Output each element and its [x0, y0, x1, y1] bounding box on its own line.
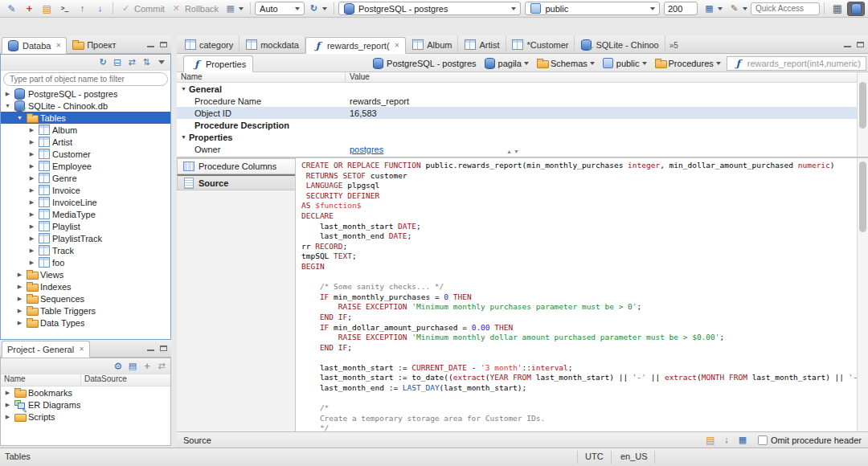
tree-item-indexes[interactable]: ▶Indexes [1, 280, 170, 292]
scrollbar-thumb[interactable] [859, 161, 866, 232]
expand-icon[interactable]: ▶ [16, 320, 23, 326]
tab-overflow-indicator[interactable]: »5 [669, 41, 678, 50]
fetch-size-input[interactable] [664, 2, 698, 15]
auto-refresh-button[interactable] [305, 2, 330, 16]
quick-access-input[interactable] [751, 2, 820, 15]
autocommit-combo[interactable]: Auto [255, 2, 305, 15]
collapse-icon[interactable]: ▼ [180, 86, 187, 92]
scrollbar-thumb[interactable] [859, 82, 866, 129]
link-with-editor-button[interactable] [125, 55, 139, 69]
sync-selection-button[interactable] [139, 55, 154, 69]
expand-icon[interactable]: ▶ [28, 163, 35, 170]
expand-icon[interactable]: ▶ [28, 247, 35, 254]
tab-properties[interactable]: Properties [183, 55, 253, 72]
property-row-general[interactable]: ▼General [177, 83, 857, 95]
tree-item-table-triggers[interactable]: ▶Table Triggers [1, 305, 170, 317]
refresh-button[interactable] [96, 55, 110, 69]
close-tab-icon[interactable]: ✕ [55, 42, 61, 49]
collapse-icon[interactable]: ▼ [4, 103, 11, 108]
tree-item-genre[interactable]: ▶Genre [1, 172, 170, 184]
commit-button[interactable]: Commit [117, 2, 167, 16]
sql-console-button[interactable] [56, 2, 73, 16]
tree-item-tables[interactable]: ▼Tables [1, 112, 170, 124]
expand-icon[interactable]: ▶ [28, 187, 35, 194]
close-tab-icon[interactable]: ✕ [79, 345, 84, 353]
collapse-icon[interactable]: ▼ [16, 115, 23, 121]
expand-icon[interactable]: ▶ [28, 199, 35, 206]
schema-combo[interactable]: public [525, 2, 660, 15]
view-tab-databa[interactable]: Databa✕ [2, 37, 67, 54]
tree-item-sqlite-chinook-db[interactable]: ▼SQLite - Chinook.db [1, 100, 170, 112]
source-scrollbar[interactable] [857, 158, 868, 431]
open-sql-script-button[interactable] [39, 2, 55, 16]
tree-item-data-types[interactable]: ▶Data Types [1, 317, 170, 329]
transaction-mode-button[interactable] [222, 2, 246, 16]
expand-icon[interactable]: ▶ [28, 127, 35, 133]
minimize-icon[interactable] [145, 343, 156, 354]
editor-tab-customer[interactable]: *Customer [506, 36, 575, 53]
expand-icon[interactable]: ▶ [16, 308, 23, 314]
tree-item-track[interactable]: ▶Track [1, 244, 170, 256]
editor-tools-button[interactable] [726, 2, 750, 16]
breadcrumb-procedures[interactable]: Procedures [651, 55, 724, 71]
editor-tab-rewards-report[interactable]: rewards_report(✕ [305, 37, 406, 54]
sync-button[interactable] [154, 359, 169, 373]
tree-item-invoiceline[interactable]: ▶InvoiceLine [1, 196, 170, 208]
source-code-viewer[interactable]: CREATE OR REPLACE FUNCTION public.reward… [296, 158, 857, 431]
tree-item-playlist[interactable]: ▶Playlist [1, 220, 170, 232]
expand-icon[interactable]: ▶ [16, 296, 23, 302]
properties-scrollbar[interactable] [857, 72, 868, 157]
object-filter-input[interactable] [3, 72, 168, 86]
tree-item-album[interactable]: ▶Album [1, 124, 170, 136]
breadcrumb-postgresql-postgres[interactable]: PostgreSQL - postgres [369, 55, 479, 71]
editor-tab-artist[interactable]: Artist [458, 36, 506, 53]
load-sql-script-button[interactable] [74, 2, 91, 16]
breadcrumb-pagila[interactable]: pagila [481, 55, 532, 71]
subtab-source[interactable]: Source [177, 174, 295, 190]
perspective-dbeaver-button[interactable] [847, 2, 865, 16]
results-panel-button[interactable] [701, 2, 725, 16]
expand-icon[interactable]: ▶ [4, 414, 11, 420]
view-tab-project-general[interactable]: Project - General ✕ [2, 341, 90, 358]
tree-item-customer[interactable]: ▶Customer [1, 148, 170, 160]
status-locale[interactable]: en_US [620, 452, 648, 461]
editor-tab-sqlite-chinoo[interactable]: SQLite - Chinoo [575, 36, 665, 53]
view-menu-icon[interactable] [158, 60, 165, 64]
sash-handle-icon[interactable]: ▲▼ [506, 149, 521, 154]
open-in-sql-editor-button[interactable] [735, 433, 750, 447]
property-row-procedure-description[interactable]: Procedure Description [177, 119, 857, 131]
property-value[interactable]: postgres [346, 145, 857, 154]
project-item-scripts[interactable]: ▶Scripts [1, 411, 170, 423]
collapse-all-button[interactable] [110, 55, 125, 69]
minimize-icon[interactable] [842, 39, 853, 50]
subtab-procedure-columns[interactable]: Procedure Columns [177, 158, 295, 174]
column-header-name[interactable]: Name [1, 374, 81, 386]
expand-icon[interactable]: ▶ [28, 223, 35, 230]
property-row-procedure-name[interactable]: Procedure Namerewards_report [177, 95, 857, 107]
minimize-icon[interactable] [145, 39, 156, 50]
grid-column-name[interactable]: Name [177, 72, 346, 82]
tree-item-invoice[interactable]: ▶Invoice [1, 184, 170, 196]
close-tab-icon[interactable]: ✕ [395, 42, 400, 49]
new-sql-editor-button[interactable] [21, 2, 38, 16]
connection-combo[interactable]: PostgreSQL - postgres [338, 2, 521, 15]
expand-icon[interactable]: ▶ [4, 390, 11, 396]
expand-icon[interactable]: ▶ [4, 91, 11, 97]
expand-icon[interactable]: ▶ [16, 272, 23, 278]
tree-item-playlisttrack[interactable]: ▶PlaylistTrack [1, 232, 170, 244]
grid-column-value[interactable]: Value [346, 72, 857, 82]
expand-icon[interactable]: ▶ [28, 151, 35, 157]
column-header-datasource[interactable]: DataSource [81, 374, 170, 386]
rollback-button[interactable]: Rollback [168, 2, 221, 16]
tree-item-sequences[interactable]: ▶Sequences [1, 292, 170, 305]
tree-item-artist[interactable]: ▶Artist [1, 136, 170, 148]
expand-icon[interactable]: ▶ [28, 139, 35, 145]
editor-tab-mockdata[interactable]: mockdata [240, 36, 305, 53]
configure-button[interactable] [111, 359, 125, 373]
view-tab-проект[interactable]: Проект [67, 36, 121, 53]
status-timezone[interactable]: UTC [585, 452, 604, 461]
tree-item-views[interactable]: ▶Views [1, 268, 170, 280]
sql-editor-button[interactable] [3, 2, 20, 16]
expand-icon[interactable]: ▶ [4, 402, 11, 408]
expand-icon[interactable]: ▶ [28, 260, 35, 266]
